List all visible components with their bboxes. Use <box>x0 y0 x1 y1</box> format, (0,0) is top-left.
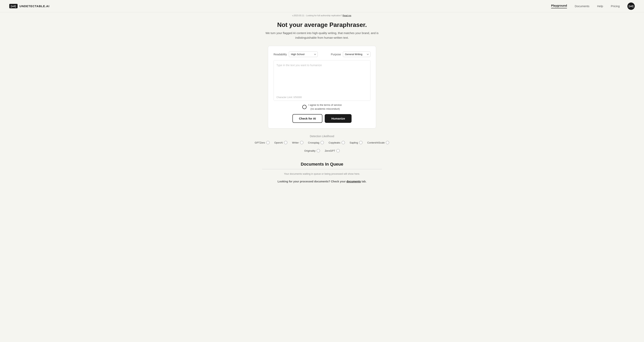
version-text: v.2023.03.11 - Looking for full authorsh… <box>292 14 342 17</box>
nav-pricing[interactable]: Pricing <box>611 5 620 8</box>
logo-badge: [ud] <box>9 4 18 8</box>
detection-label-openai: OpenAI <box>274 141 283 144</box>
textarea-wrapper: Character Limit: 0/50000 <box>274 60 370 101</box>
detection-circle-contentatscale <box>386 141 389 144</box>
detection-item-writer: Writer <box>292 141 303 144</box>
detection-item-sapling: Sapling <box>350 141 362 144</box>
detection-circle-crossplag <box>320 141 324 144</box>
readability-group: Readability Elementary School Middle Sch… <box>274 52 318 57</box>
detection-label-gptzero: GPTZero <box>255 141 265 144</box>
queue-title: Documents In Queue <box>262 162 382 167</box>
page-headline: Not your average Paraphraser. <box>277 21 367 29</box>
card-controls: Readability Elementary School Middle Sch… <box>274 52 370 57</box>
nav-playground[interactable]: Playground <box>551 4 567 8</box>
detection-circle-sapling <box>359 141 362 144</box>
terms-row: I agree to the terms of service (no acad… <box>274 103 370 111</box>
nav-links: Playground Documents Help Pricing [ud] <box>551 3 635 10</box>
check-for-ai-button[interactable]: Check for AI <box>292 114 322 123</box>
brand-name: UNDETECTABLE.AI <box>20 5 50 8</box>
logo[interactable]: [ud] UNDETECTABLE.AI <box>9 4 50 8</box>
queue-footer: Looking for your processed documents? Ch… <box>262 180 382 183</box>
queue-footer-text: Looking for your processed documents? Ch… <box>278 180 346 183</box>
detection-title: Detection Likelihood <box>248 135 396 138</box>
detection-circle-openai <box>284 141 288 144</box>
read-me-link[interactable]: Read me <box>343 14 351 17</box>
detection-item-originality: Originality <box>304 149 320 152</box>
terms-radio[interactable] <box>302 105 306 109</box>
readability-label: Readability <box>274 53 287 56</box>
queue-divider <box>262 169 382 169</box>
detection-label-sapling: Sapling <box>350 141 358 144</box>
detection-circle-copyleaks <box>342 141 345 144</box>
detection-label-copyleaks: Copyleaks <box>328 141 340 144</box>
detection-list: GPTZero OpenAI Writer Crossplag Copyleak… <box>248 141 396 152</box>
detection-label-writer: Writer <box>292 141 299 144</box>
humanizer-card: Readability Elementary School Middle Sch… <box>268 46 376 128</box>
humanize-button[interactable]: Humanize <box>325 114 352 123</box>
version-bar: v.2023.03.11 - Looking for full authorsh… <box>0 12 644 18</box>
terms-text: I agree to the terms of service (no acad… <box>308 103 342 111</box>
readability-select[interactable]: Elementary School Middle School High Sch… <box>289 52 318 57</box>
detection-circle-originality <box>316 149 320 152</box>
purpose-label: Purpose <box>331 53 341 56</box>
detection-item-zerogpt: ZeroGPT <box>325 149 340 152</box>
detection-label-zerogpt: ZeroGPT <box>325 149 335 152</box>
page-subheadline: We turn your flagged AI content into hig… <box>254 31 390 40</box>
detection-label-originality: Originality <box>304 149 316 152</box>
nav-help[interactable]: Help <box>597 5 603 8</box>
detection-item-copyleaks: Copyleaks <box>328 141 345 144</box>
detection-item-openai: OpenAI <box>274 141 288 144</box>
queue-section: Documents In Queue Your documents waitin… <box>262 162 382 183</box>
detection-section: Detection Likelihood GPTZero OpenAI Writ… <box>248 135 396 152</box>
purpose-select[interactable]: General Writing Essay Article Marketing … <box>343 52 370 57</box>
queue-footer-tab: tab. <box>362 180 366 183</box>
main-content: Not your average Paraphraser. We turn yo… <box>0 18 644 195</box>
humanize-textarea[interactable] <box>274 60 370 95</box>
detection-item-gptzero: GPTZero <box>255 141 270 144</box>
navbar: [ud] UNDETECTABLE.AI Playground Document… <box>0 0 644 12</box>
detection-label-contentatscale: ContentAtScale <box>367 141 384 144</box>
char-limit: Character Limit: 0/50000 <box>274 96 370 101</box>
detection-item-crossplag: Crossplag <box>308 141 324 144</box>
queue-empty-text: Your documents waiting in queue or being… <box>262 172 382 175</box>
detection-item-contentatscale: ContentAtScale <box>367 141 389 144</box>
detection-circle-writer <box>300 141 304 144</box>
nav-documents[interactable]: Documents <box>575 5 589 8</box>
detection-label-crossplag: Crossplag <box>308 141 320 144</box>
user-avatar[interactable]: [ud] <box>628 3 635 10</box>
purpose-group: Purpose General Writing Essay Article Ma… <box>331 52 370 57</box>
detection-circle-zerogpt <box>336 149 340 152</box>
queue-documents-link[interactable]: documents <box>346 180 361 183</box>
version-suffix: . <box>351 14 352 17</box>
detection-circle-gptzero <box>266 141 270 144</box>
action-buttons: Check for AI Humanize <box>274 114 370 123</box>
